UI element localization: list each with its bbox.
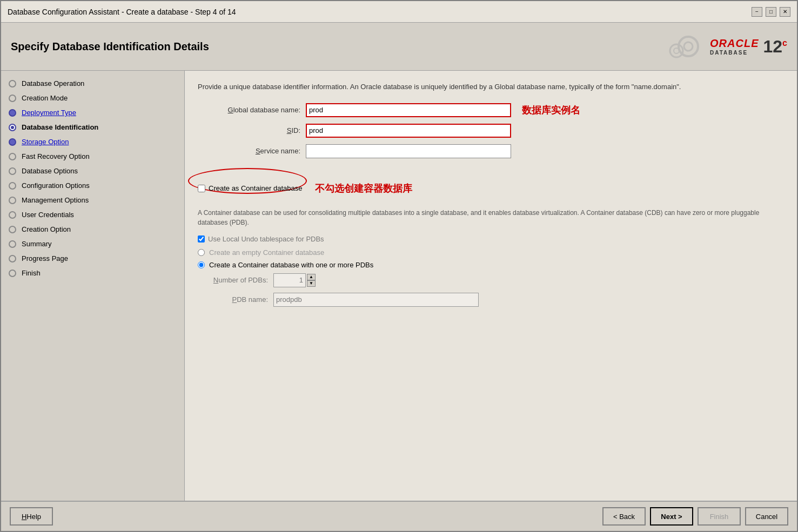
global-db-name-input[interactable] [306,103,511,117]
sidebar: Database Operation Creation Mode Deploym… [1,71,185,501]
window-title: Database Configuration Assistant - Creat… [8,8,236,16]
annotation-db-name: 数据库实例名 [522,104,580,117]
sidebar-dot-fast-recovery [9,153,16,160]
use-local-undo-checkbox[interactable] [198,235,205,243]
sidebar-item-configuration-options: Configuration Options [1,178,184,193]
create-empty-label: Create an empty Container database [209,248,324,257]
sidebar-item-deployment-type[interactable]: Deployment Type [1,105,184,120]
use-local-undo-label: Use Local Undo tablespace for PDBs [208,235,324,243]
sidebar-label-configuration-options: Configuration Options [22,181,90,190]
title-bar: Database Configuration Assistant - Creat… [1,1,797,23]
bottom-bar: HHelp < Back Next > Finish Cancel [1,501,797,531]
num-pdbs-label: Number of PDBs: [198,276,273,284]
svg-point-1 [684,42,693,51]
maximize-button[interactable]: □ [766,7,776,17]
oracle-database-label: DATABASE [710,50,759,56]
service-name-row: Service name: [198,144,784,158]
sidebar-label-database-options: Database Options [22,167,78,175]
svg-point-2 [670,44,683,57]
sidebar-dot-creation-mode [9,95,16,102]
close-button[interactable]: ✕ [780,7,790,17]
back-button-label: < Back [613,513,635,521]
create-container-label[interactable]: Create as Container database [198,184,302,192]
num-pdbs-row: Number of PDBs: ▲ ▼ [198,273,784,287]
create-container-row: Create as Container database 不勾选创建容器数据库 [198,182,412,195]
sidebar-item-user-credentials: User Credentials [1,207,184,222]
pdb-name-input[interactable] [273,293,479,307]
create-container-text: Create as Container database [209,184,302,192]
sidebar-dot-database-identification [9,124,16,131]
sidebar-dot-progress-page [9,255,16,262]
svg-point-3 [674,48,679,53]
minimize-button[interactable]: − [752,7,762,17]
sidebar-dot-user-credentials [9,211,16,219]
sidebar-dot-deployment-type [9,109,16,117]
main-window: Database Configuration Assistant - Creat… [0,0,798,532]
sidebar-label-deployment-type: Deployment Type [22,109,76,117]
oracle-logo: ORACLE DATABASE 12c [710,37,787,57]
create-with-pdbs-radio[interactable] [198,261,205,268]
sidebar-item-creation-option: Creation Option [1,222,184,237]
cancel-button[interactable]: Cancel [745,507,788,526]
sidebar-label-creation-option: Creation Option [22,225,71,233]
sidebar-label-storage-option: Storage Option [22,138,69,146]
sidebar-dot-database-operation [9,80,16,87]
sidebar-item-storage-option[interactable]: Storage Option [1,134,184,149]
num-pdbs-spinner: ▲ ▼ [307,274,316,287]
global-db-name-row: Global database name: 数据库实例名 [198,103,784,117]
sidebar-dot-creation-option [9,226,16,233]
sidebar-label-finish: Finish [22,269,41,277]
oracle-version: 12c [763,37,788,57]
create-with-pdbs-label: Create a Container database with one or … [209,261,373,269]
next-button[interactable]: Next > [650,507,693,526]
sidebar-item-fast-recovery: Fast Recovery Option [1,149,184,164]
sidebar-dot-storage-option [9,138,16,146]
num-pdbs-down-button[interactable]: ▼ [307,280,316,287]
sidebar-item-database-identification[interactable]: Database Identification [1,120,184,134]
sidebar-label-progress-page: Progress Page [22,254,68,262]
container-info-text: A Container database can be used for con… [198,208,784,227]
service-name-label: Service name: [198,147,306,155]
num-pdbs-input[interactable] [273,273,306,287]
sid-label: SID: [198,126,306,134]
cancel-button-label: Cancel [756,513,777,521]
sidebar-dot-finish [9,270,16,277]
gear-decoration-icon [661,30,705,63]
navigation-buttons: < Back Next > Finish Cancel [602,507,788,526]
sidebar-dot-summary [9,240,16,248]
next-button-label: Next > [661,513,682,521]
sidebar-label-database-operation: Database Operation [22,79,84,87]
finish-button[interactable]: Finish [698,507,741,526]
sidebar-label-management-options: Management Options [22,196,89,204]
sidebar-label-summary: Summary [22,240,52,248]
sidebar-item-database-operation: Database Operation [1,76,184,91]
page-title: Specify Database Identification Details [11,41,209,52]
help-button[interactable]: HHelp [10,507,53,526]
pdb-name-label: PDB name: [198,295,273,304]
pdb-name-row: PDB name: [198,293,784,307]
header-title-section: Specify Database Identification Details [11,41,209,53]
back-button[interactable]: < Back [602,507,646,526]
create-empty-radio[interactable] [198,249,205,256]
oracle-brand-text: ORACLE [710,37,759,49]
description-text: Provide a unique database identifier inf… [198,82,784,92]
create-container-checkbox[interactable] [198,185,205,192]
content-area: Provide a unique database identifier inf… [185,71,797,501]
service-name-input[interactable] [306,144,511,158]
num-pdbs-input-wrap: ▲ ▼ [273,273,316,287]
title-bar-buttons: − □ ✕ [752,7,790,17]
sidebar-dot-database-options [9,167,16,175]
sid-input[interactable] [306,124,511,138]
use-local-undo-row: Use Local Undo tablespace for PDBs [198,235,784,243]
sidebar-label-user-credentials: User Credentials [22,211,74,219]
sidebar-item-management-options: Management Options [1,193,184,207]
sidebar-dot-configuration-options [9,182,16,190]
header-area: Specify Database Identification Details … [1,23,797,71]
sidebar-item-progress-page: Progress Page [1,251,184,266]
sidebar-item-creation-mode: Creation Mode [1,91,184,105]
finish-button-label: Finish [710,513,729,521]
num-pdbs-up-button[interactable]: ▲ [307,274,316,280]
sidebar-dot-management-options [9,197,16,204]
global-db-name-label: Global database name: [198,106,306,114]
oracle-version-sup: c [782,38,787,48]
